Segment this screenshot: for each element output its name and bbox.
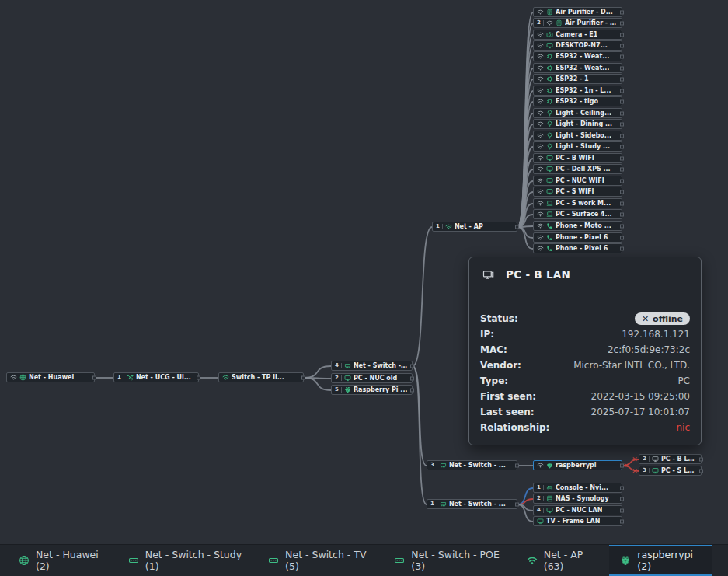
- out-port: [620, 486, 624, 490]
- node-nas[interactable]: 2NAS - Synology: [533, 494, 622, 504]
- node-leaf-pc-s-work[interactable]: PC - S work M...: [533, 198, 622, 208]
- wifi-icon: [537, 188, 544, 195]
- wifi-icon: [445, 223, 452, 230]
- monitor-icon: [546, 177, 553, 184]
- out-port: [197, 375, 200, 379]
- node-raspi-old[interactable]: 5Raspberry Pi ...: [331, 385, 413, 395]
- node-pc-b-lan[interactable]: 2PC - B LAN: [639, 454, 702, 464]
- node-raspberrypi[interactable]: raspberrypi: [533, 460, 622, 470]
- monitor-icon: [652, 467, 659, 474]
- node-sw-c[interactable]: 1Net - Switch - ...: [427, 499, 517, 509]
- node-leaf-esp32-weat1[interactable]: ESP32 - Weat...: [533, 51, 622, 61]
- wifi-icon: [537, 75, 544, 82]
- node-pc-s-lan[interactable]: 3PC - S LAN: [639, 466, 702, 476]
- monitor-icon: [344, 375, 351, 382]
- node-label: ESP32 - 1n - L...: [556, 87, 611, 94]
- out-port: [620, 145, 624, 148]
- popup-divider: [479, 295, 691, 295]
- out-port: [699, 469, 703, 473]
- offline-x-icon: ✕: [632, 456, 638, 463]
- node-leaf-esp32-weat2[interactable]: ESP32 - Weat...: [533, 63, 622, 73]
- node-leaf-light-ceiling[interactable]: Light - Ceiling...: [533, 108, 622, 118]
- node-leaf-pc-dell-xps[interactable]: PC - Dell XPS ...: [533, 164, 622, 174]
- out-port: [620, 201, 624, 205]
- node-leaf-light-dining[interactable]: Light - Dining ...: [533, 119, 622, 129]
- raspberry-icon: [344, 386, 351, 393]
- port-number: 1: [436, 224, 443, 229]
- wifi-icon: [537, 110, 544, 117]
- tab-net-switch-study[interactable]: Net - Switch - Study (1): [117, 545, 257, 576]
- detail-row-mac: MAC: 2c:f0:5d:9e:73:2c: [469, 342, 701, 358]
- out-port: [620, 519, 624, 523]
- node-leaf-phone-moto[interactable]: Phone - Moto ...: [533, 221, 622, 231]
- popup-header: PC - B LAN: [469, 257, 701, 288]
- node-label: PC - NUC old: [354, 375, 397, 382]
- row-label: Last seen:: [480, 407, 535, 417]
- globe-icon: [19, 555, 30, 566]
- wifi-icon: [537, 211, 544, 218]
- node-label: Console - Nvi...: [556, 484, 608, 491]
- node-leaf-desktop[interactable]: DESKTOP-N7...: [533, 40, 622, 51]
- chip-icon: [546, 53, 553, 60]
- node-net-ucg[interactable]: 1Net - UCG - Ul...: [113, 372, 199, 382]
- node-label: Light - Sidebo...: [556, 132, 611, 139]
- node-leaf-esp32-1[interactable]: ESP32 - 1: [533, 74, 622, 84]
- purifier-icon: [546, 9, 553, 16]
- node-sw-main[interactable]: 4Net - Switch - ...: [331, 361, 413, 371]
- tab-net-ap[interactable]: Net - AP (63): [516, 545, 610, 576]
- node-leaf-light-study[interactable]: Light - Study ...: [533, 141, 622, 152]
- phone-icon: [546, 245, 553, 252]
- port-number: 2: [537, 496, 544, 501]
- node-switch-tp[interactable]: Switch - TP li...: [218, 372, 304, 382]
- tab-net-switch-tv[interactable]: Net - Switch - TV (5): [257, 545, 383, 576]
- switch-icon: [394, 555, 405, 566]
- row-label: IP:: [480, 329, 494, 340]
- node-label: Net - Switch - ...: [354, 362, 408, 369]
- node-sw-b[interactable]: 3Net - Switch - ...: [427, 460, 517, 470]
- row-value: 2025-07-17 10:01:07: [591, 407, 690, 417]
- node-leaf-pc-surface[interactable]: PC - Surface 4...: [533, 209, 622, 219]
- node-leaf-pc-nuc-wifi[interactable]: PC - NUC WIFI: [533, 176, 622, 186]
- node-leaf-camera-e1[interactable]: Camera - E1: [533, 30, 622, 40]
- wifi-icon: [537, 65, 544, 72]
- node-leaf-phone-pixel1[interactable]: Phone - Pixel 6: [533, 232, 622, 243]
- row-label: Status:: [480, 313, 518, 324]
- tab-net-switch-poe[interactable]: Net - Switch - POE (3): [383, 545, 515, 576]
- node-leaf-air-purifier-d[interactable]: Air Purifier - D...: [533, 7, 622, 17]
- node-net-huawei[interactable]: Net - Huawei: [6, 372, 95, 382]
- monitor-icon: [546, 166, 553, 173]
- node-pc-nuc-lan[interactable]: 4PC - NUC LAN: [533, 505, 622, 515]
- wifi-icon: [537, 132, 544, 139]
- out-port: [410, 376, 414, 380]
- node-leaf-esp32-tlgo[interactable]: ESP32 - tlgo: [533, 96, 622, 106]
- tab-raspberrypi[interactable]: raspberrypi (2): [609, 545, 712, 576]
- node-leaf-phone-pixel2[interactable]: Phone - Pixel 6: [533, 243, 622, 253]
- chip-icon: [546, 75, 553, 82]
- tab-label: Net - AP (63): [544, 549, 599, 572]
- node-leaf-esp32-1n[interactable]: ESP32 - 1n - L...: [533, 86, 622, 96]
- camera-icon: [546, 31, 553, 38]
- tab-net-huawei[interactable]: Net - Huawei (2): [8, 545, 117, 576]
- node-leaf-pc-b-wifi[interactable]: PC - B WIFI: [533, 153, 622, 163]
- node-label: ESP32 - 1: [556, 75, 589, 82]
- wifi-icon: [527, 555, 538, 566]
- node-label: ESP32 - tlgo: [556, 98, 598, 105]
- node-console[interactable]: 1Console - Nvi...: [533, 483, 622, 493]
- out-port: [620, 156, 624, 160]
- out-port: [699, 457, 703, 461]
- ethernet-icon: [440, 501, 447, 508]
- node-tv-frame[interactable]: TV - Frame LAN: [533, 516, 622, 526]
- node-label: PC - NUC LAN: [556, 507, 602, 514]
- row-label: MAC:: [480, 344, 507, 355]
- node-leaf-pc-s-wifi[interactable]: PC - S WIFI: [533, 187, 622, 197]
- laptop-icon: [546, 211, 553, 218]
- tab-label: Net - Huawei (2): [36, 549, 106, 572]
- node-leaf-air-purifier-x[interactable]: 2Air Purifier - X...: [533, 18, 622, 28]
- node-net-ap[interactable]: 1Net - AP: [432, 222, 517, 232]
- offline-x-icon: ✕: [623, 463, 629, 470]
- node-label: PC - B WIFI: [556, 155, 594, 162]
- node-leaf-light-sideboard[interactable]: Light - Sidebo...: [533, 131, 622, 141]
- node-pc-nuc-old[interactable]: 2PC - NUC old: [331, 373, 413, 383]
- gamepad-icon: [546, 484, 553, 491]
- ethernet-icon: [440, 462, 447, 469]
